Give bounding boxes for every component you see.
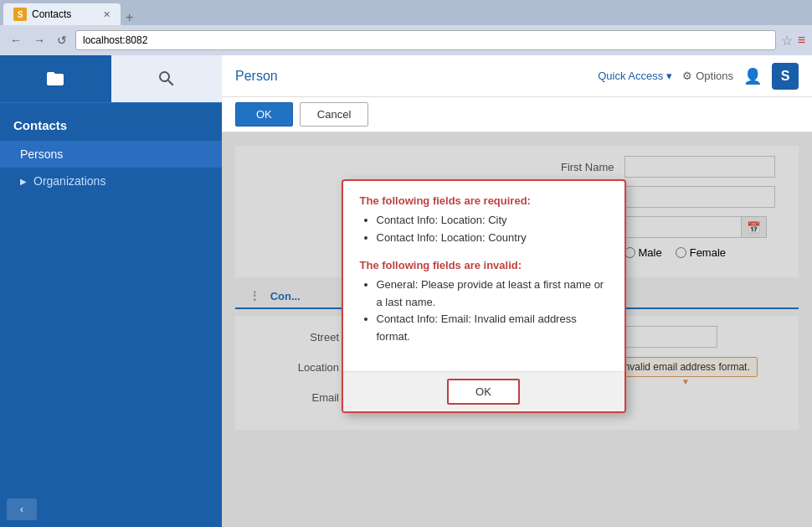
menu-icon[interactable]: ≡	[798, 33, 805, 48]
required-item-2: Contact Info: Location: Country	[377, 230, 608, 247]
page-title: Person	[235, 69, 278, 84]
invalid-item-2: Contact Info: Email: Invalid email addre…	[377, 311, 608, 346]
required-fields-list: Contact Info: Location: City Contact Inf…	[360, 212, 608, 247]
tab-favicon: S	[13, 8, 27, 21]
bookmark-icon[interactable]: ☆	[781, 33, 793, 49]
search-icon	[157, 69, 177, 89]
user-icon[interactable]: 👤	[743, 67, 762, 85]
browser-bar: ← → ↺ ☆ ≡	[0, 25, 812, 55]
folder-icon	[45, 69, 65, 89]
chevron-icon: ▶	[20, 177, 27, 186]
browser-chrome: S Contacts ✕ + ← → ↺ ☆ ≡	[0, 0, 812, 55]
address-bar[interactable]	[75, 30, 776, 50]
validation-modal: The following fields are required: Conta…	[342, 179, 626, 413]
invalid-item-1: General: Please provide at least a first…	[377, 276, 608, 312]
options-button[interactable]: ⚙ Options	[682, 70, 733, 82]
back-button[interactable]: ←	[7, 32, 25, 49]
form-area: First Name Name of Birth 📅	[222, 132, 812, 527]
sidebar-item-contacts[interactable]: Contacts	[0, 110, 222, 141]
modal-ok-button[interactable]: OK	[447, 379, 520, 405]
sidebar-icons	[0, 55, 222, 103]
sidebar-search-btn[interactable]	[111, 55, 223, 102]
action-bar: OK Cancel	[222, 97, 812, 132]
ok-button[interactable]: OK	[235, 102, 293, 127]
modal-body: The following fields are required: Conta…	[343, 181, 624, 371]
app-logo: S	[772, 63, 799, 90]
quick-access-button[interactable]: Quick Access ▾	[598, 70, 672, 82]
tab-title: Contacts	[32, 8, 71, 20]
gear-icon: ⚙	[682, 70, 692, 82]
modal-footer: OK	[343, 371, 624, 411]
browser-tab[interactable]: S Contacts ✕	[3, 3, 121, 25]
cancel-button[interactable]: Cancel	[300, 102, 368, 127]
invalid-fields-title: The following fields are invalid:	[360, 259, 608, 271]
tab-close-button[interactable]: ✕	[103, 9, 110, 20]
chevron-down-icon: ▾	[666, 70, 672, 82]
new-tab-button[interactable]: +	[121, 10, 138, 25]
tab-bar: S Contacts ✕ +	[0, 0, 812, 25]
app-layout: Contacts Persons ▶ Organizations ‹ Perso…	[0, 55, 812, 527]
sidebar-item-persons[interactable]: Persons	[0, 141, 222, 168]
modal-overlay: The following fields are required: Conta…	[222, 132, 812, 527]
required-fields-title: The following fields are required:	[360, 194, 608, 207]
sidebar-nav: Contacts Persons ▶ Organizations	[0, 103, 222, 201]
sidebar-item-organizations[interactable]: ▶ Organizations	[0, 168, 222, 194]
reload-button[interactable]: ↺	[54, 32, 70, 49]
sidebar-collapse-button[interactable]: ‹	[7, 499, 37, 520]
sidebar-folder-btn[interactable]	[0, 55, 111, 102]
sidebar: Contacts Persons ▶ Organizations ‹	[0, 55, 222, 527]
sidebar-bottom: ‹	[0, 492, 222, 527]
main-content: Person Quick Access ▾ ⚙ Options 👤 S OK C…	[222, 55, 812, 527]
header-actions: Quick Access ▾ ⚙ Options 👤 S	[598, 63, 799, 90]
main-header: Person Quick Access ▾ ⚙ Options 👤 S	[222, 55, 812, 97]
forward-button[interactable]: →	[30, 32, 49, 49]
invalid-fields-list: General: Please provide at least a first…	[360, 276, 608, 346]
required-item-1: Contact Info: Location: City	[377, 212, 608, 230]
